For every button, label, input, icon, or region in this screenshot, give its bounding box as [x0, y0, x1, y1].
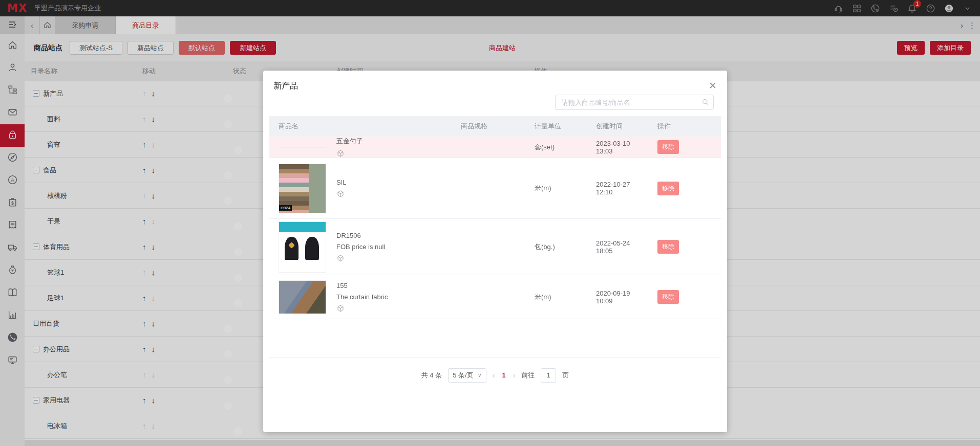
- goto-page-input[interactable]: [541, 368, 556, 383]
- product-text-col: DR1506FOB price is null: [336, 232, 385, 262]
- pagination-total: 共 4 条: [421, 371, 442, 380]
- column-header: 操作: [648, 122, 721, 131]
- column-header: 商品规格: [452, 122, 525, 131]
- product-name-cell: 五金勺子: [269, 137, 452, 158]
- column-header: 计量单位: [525, 122, 587, 131]
- product-name-cell: 155The curtain fabric: [269, 280, 452, 314]
- column-header: 创建时间: [587, 122, 648, 131]
- cube-icon: [336, 149, 345, 158]
- search-icon[interactable]: [701, 98, 709, 107]
- product-row: H924SIL米(m)2022-10-27 12:10移除: [269, 158, 721, 219]
- product-created-cell: 2020-09-19 10:09: [587, 289, 648, 305]
- next-page-button[interactable]: ›: [513, 371, 516, 380]
- new-product-dialog: 新产品 ✕ 商品名 商品规格 计量单位 创建时间 操作 五金勺子套(set)20…: [263, 71, 727, 432]
- product-table-header: 商品名 商品规格 计量单位 创建时间 操作: [269, 116, 721, 137]
- table-empty-space: [269, 319, 721, 358]
- product-table: 商品名 商品规格 计量单位 创建时间 操作 五金勺子套(set)2023-03-…: [269, 116, 721, 432]
- product-name: SIL: [336, 179, 347, 186]
- cube-icon: [336, 254, 345, 262]
- remove-button[interactable]: 移除: [657, 182, 679, 195]
- product-text-col: SIL: [336, 179, 347, 198]
- remove-button[interactable]: 移除: [657, 240, 679, 254]
- column-header: 商品名: [269, 122, 452, 131]
- product-name: 五金勺子: [336, 137, 363, 146]
- product-action-cell: 移除: [648, 182, 721, 195]
- cube-icon: [336, 304, 345, 313]
- product-desc: FOB price is null: [336, 243, 385, 251]
- leather-fabric-product-image: [279, 280, 326, 314]
- hoodie-product-image: [279, 221, 326, 273]
- fabric-stack-product-image: H924: [279, 164, 326, 213]
- product-unit-cell: 套(set): [525, 143, 587, 152]
- product-name-cell: DR1506FOB price is null: [269, 221, 452, 273]
- product-row: 五金勺子套(set)2023-03-10 13:03移除: [269, 137, 721, 158]
- product-created-cell: 2023-03-10 13:03: [587, 140, 648, 155]
- goto-label: 前往: [521, 371, 535, 380]
- prev-page-button[interactable]: ‹: [493, 371, 495, 380]
- image-label: H924: [279, 205, 292, 211]
- product-created-cell: 2022-05-24 18:05: [587, 239, 648, 255]
- product-name: DR1506: [336, 232, 385, 239]
- gold-heart-decoration: [288, 242, 295, 249]
- page-size-value: 5 条/页: [453, 371, 473, 380]
- product-created-cell: 2022-10-27 12:10: [587, 181, 648, 196]
- product-search-input[interactable]: [555, 95, 714, 110]
- remove-button[interactable]: 移除: [657, 290, 679, 304]
- chevron-down-icon: ∨: [478, 372, 482, 378]
- product-action-cell: 移除: [648, 140, 721, 154]
- pagination: 共 4 条 5 条/页 ∨ ‹ 1 › 前往 页: [269, 358, 721, 393]
- product-unit-cell: 包(bg.): [525, 242, 587, 252]
- cube-icon: [336, 190, 345, 198]
- goto-suffix: 页: [562, 371, 569, 380]
- page-number-1[interactable]: 1: [501, 371, 506, 379]
- product-text-col: 155The curtain fabric: [336, 282, 388, 313]
- product-unit-cell: 米(m): [525, 184, 587, 193]
- close-icon[interactable]: ✕: [709, 81, 717, 91]
- product-text-col: 五金勺子: [336, 137, 363, 158]
- product-action-cell: 移除: [648, 290, 721, 304]
- product-name: 155: [336, 282, 388, 289]
- product-action-cell: 移除: [648, 240, 721, 254]
- product-desc: The curtain fabric: [336, 293, 388, 301]
- cutlery-product-image: [279, 147, 326, 148]
- product-name-cell: H924SIL: [269, 164, 452, 213]
- product-unit-cell: 米(m): [525, 293, 587, 302]
- remove-button[interactable]: 移除: [657, 140, 679, 154]
- dialog-title: 新产品: [273, 81, 298, 92]
- product-row: DR1506FOB price is null包(bg.)2022-05-24 …: [269, 219, 721, 275]
- product-row: 155The curtain fabric米(m)2020-09-19 10:0…: [269, 275, 721, 319]
- page-size-select[interactable]: 5 条/页 ∨: [448, 368, 486, 383]
